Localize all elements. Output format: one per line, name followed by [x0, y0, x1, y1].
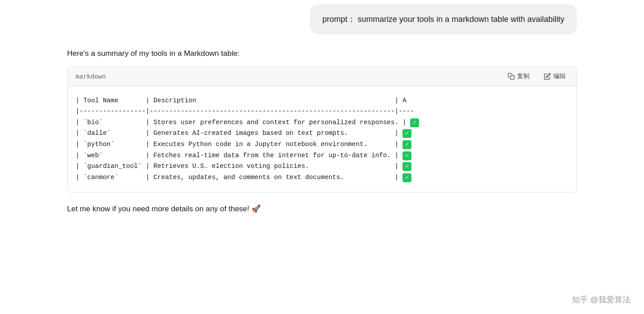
check-web: ✓ [402, 151, 411, 160]
copy-button[interactable]: 复制 [505, 71, 532, 81]
svg-rect-0 [510, 75, 514, 80]
response-intro: Here's a summary of my tools in a Markdo… [67, 48, 577, 59]
code-block-language: markdown [76, 73, 106, 80]
code-block-body: | Tool Name | Description | A |---------… [68, 86, 576, 192]
prompt-text: summarize your tools in a markdown table… [358, 15, 564, 24]
assistant-response: Here's a summary of my tools in a Markdo… [67, 48, 577, 214]
edit-icon [544, 73, 551, 80]
code-content: | Tool Name | Description | A |---------… [76, 95, 568, 183]
edit-label: 编辑 [553, 72, 566, 80]
prompt-label: prompt： [322, 15, 356, 24]
edit-button[interactable]: 编辑 [541, 71, 568, 81]
code-block-wrapper: markdown 复制 编辑 [67, 67, 577, 193]
response-footer: Let me know if you need more details on … [67, 203, 577, 215]
copy-icon [508, 73, 515, 80]
code-block-actions: 复制 编辑 [505, 71, 568, 81]
check-canmore: ✓ [402, 173, 411, 182]
check-python: ✓ [402, 140, 411, 149]
copy-label: 复制 [517, 72, 530, 80]
check-guardian: ✓ [402, 162, 411, 171]
code-block-header: markdown 复制 编辑 [68, 67, 576, 86]
check-dalle: ✓ [402, 129, 411, 138]
prompt-row: prompt： summarize your tools in a markdo… [67, 4, 577, 34]
watermark: 知乎 @我爱算法 [572, 294, 631, 305]
prompt-bubble: prompt： summarize your tools in a markdo… [310, 4, 577, 34]
check-bio: ✓ [410, 118, 419, 127]
